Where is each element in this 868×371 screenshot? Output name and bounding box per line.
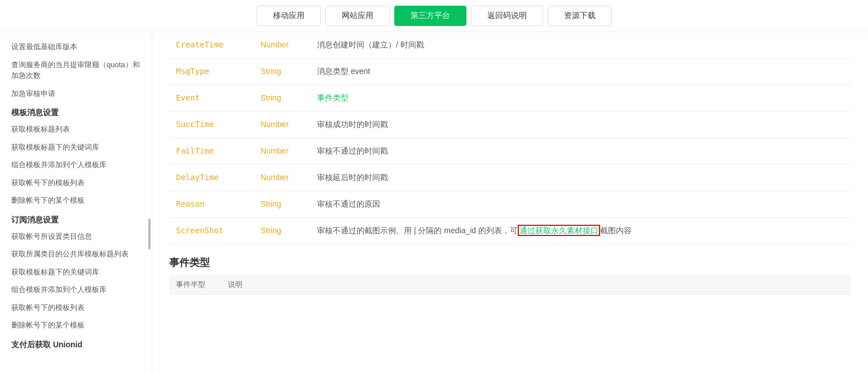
sidebar-scrollbar[interactable]: [148, 219, 151, 250]
sidebar-item-delete-template-2[interactable]: 删除帐号下的某个模板: [0, 316, 152, 334]
table-row: Event String 事件类型: [169, 85, 851, 112]
tab-web[interactable]: 网站应用: [325, 6, 390, 26]
param-type: String: [254, 85, 310, 112]
param-desc-screenshot: 审核不通过的截图示例。用 | 分隔的 media_id 的列表，可通过获取永久素…: [310, 218, 851, 245]
sidebar-item-delete-template[interactable]: 删除帐号下的某个模板: [0, 191, 152, 209]
tab-mobile[interactable]: 移动应用: [257, 6, 321, 26]
param-desc: 审核成功时的时间戳: [310, 112, 851, 138]
param-name: DelayTime: [169, 165, 254, 191]
table-row: ScreenShot String 审核不通过的截图示例。用 | 分隔的 med…: [169, 218, 851, 245]
sidebar-item-get-account-templates[interactable]: 获取帐号下的模板列表: [0, 174, 152, 192]
param-name: ScreenShot: [169, 218, 254, 245]
param-name: Reason: [169, 191, 254, 218]
table-row: CreateTime Number 消息创建时间（建立）/ 时间戳: [169, 32, 851, 59]
sidebar-item-get-keywords-2[interactable]: 获取模板标题下的关键词库: [0, 263, 152, 281]
main-content: 设置最低基础库版本 查询服务商的当月提审限额（quota）和加急次数 加急审核申…: [0, 32, 868, 371]
table-row: FailTime Number 审核不通过的时间戳: [169, 138, 851, 165]
param-desc: 审核不通过的原因: [310, 191, 851, 218]
sidebar-section-subscribe: 订阅消息设置: [0, 209, 152, 228]
param-desc: 审核延后时的时间戳: [310, 165, 851, 191]
table-row: SuccTime Number 审核成功时的时间戳: [169, 112, 851, 138]
param-type: Number: [254, 32, 310, 59]
sidebar-item-add-template-2[interactable]: 组合模板并添加到个人模板库: [0, 281, 152, 299]
tab-third-party[interactable]: 第三方平台: [394, 6, 466, 26]
table-row: DelayTime Number 审核延后时的时间戳: [169, 165, 851, 191]
sidebar-section-unionid: 支付后获取 Unionid: [0, 334, 152, 352]
sidebar-item-add-template[interactable]: 组合模板并添加到个人模板库: [0, 156, 152, 174]
page-wrapper: 移动应用 网站应用 第三方平台 返回码说明 资源下载 设置最低基础库版本 查询服…: [0, 0, 868, 371]
screenshot-desc-prefix: 审核不通过的截图示例。用 | 分隔的 media_id 的列表，可: [317, 226, 518, 235]
sidebar-item-query-quota[interactable]: 查询服务商的当月提审限额（quota）和加急次数: [0, 56, 152, 85]
param-type: Number: [254, 165, 310, 191]
event-table-header: 事件半型 说明: [169, 275, 851, 295]
param-type: Number: [254, 138, 310, 165]
screenshot-desc-suffix: 截图内容: [600, 226, 632, 235]
sidebar-item-get-keywords[interactable]: 获取模板标题下的关键词库: [0, 138, 152, 156]
param-type: String: [254, 218, 310, 245]
sidebar-section-template: 模板消息设置: [0, 102, 152, 120]
param-name: CreateTime: [169, 32, 254, 59]
sidebar-item-get-category[interactable]: 获取帐号所设置类目信息: [0, 228, 152, 246]
table-row: MsgType String 消息类型 event: [169, 59, 851, 85]
param-type: Number: [254, 112, 310, 138]
sidebar-item-get-account-templates-2[interactable]: 获取帐号下的模板列表: [0, 299, 152, 317]
top-nav: 移动应用 网站应用 第三方平台 返回码说明 资源下载: [0, 0, 868, 32]
param-type: String: [254, 59, 310, 85]
sidebar-item-expedited[interactable]: 加急审核申请: [0, 85, 152, 103]
sidebar-item-set-version[interactable]: 设置最低基础库版本: [0, 38, 152, 56]
tab-return-code[interactable]: 返回码说明: [471, 6, 543, 26]
sidebar-item-get-public-templates[interactable]: 获取所属类目的公共库模板标题列表: [0, 245, 152, 263]
event-col1-header: 事件半型: [176, 280, 205, 290]
param-desc: 审核不通过的时间戳: [310, 138, 851, 165]
screenshot-link[interactable]: 通过获取永久素材接口: [518, 225, 600, 236]
param-name: FailTime: [169, 138, 254, 165]
sidebar: 设置最低基础库版本 查询服务商的当月提审限额（quota）和加急次数 加急审核申…: [0, 32, 152, 371]
param-name: MsgType: [169, 59, 254, 85]
param-desc: 事件类型: [310, 85, 851, 112]
event-section-title: 事件类型: [169, 245, 851, 275]
content-area: CreateTime Number 消息创建时间（建立）/ 时间戳 MsgTyp…: [152, 32, 868, 371]
tab-resources[interactable]: 资源下载: [548, 6, 612, 26]
event-type-link[interactable]: 事件类型: [317, 93, 349, 102]
param-name: SuccTime: [169, 112, 254, 138]
sidebar-item-get-template-titles[interactable]: 获取模板标题列表: [0, 120, 152, 138]
param-type: String: [254, 191, 310, 218]
param-name: Event: [169, 85, 254, 112]
params-table: CreateTime Number 消息创建时间（建立）/ 时间戳 MsgTyp…: [169, 32, 851, 245]
table-row: Reason String 审核不通过的原因: [169, 191, 851, 218]
param-desc: 消息创建时间（建立）/ 时间戳: [310, 32, 851, 59]
event-col2-header: 说明: [228, 280, 243, 290]
param-desc: 消息类型 event: [310, 59, 851, 85]
